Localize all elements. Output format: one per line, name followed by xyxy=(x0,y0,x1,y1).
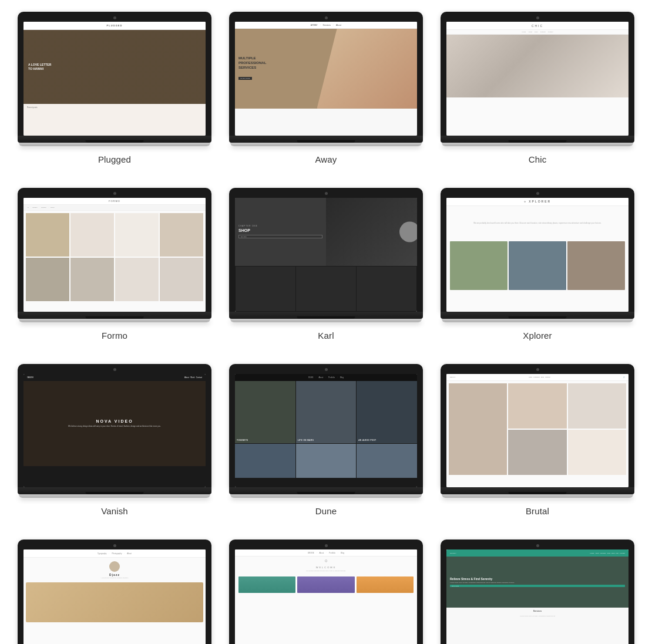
screen-cta: READ MORE xyxy=(450,585,625,587)
theme-item-brutal[interactable]: BRUTAL Shop · Lookbook · Blog · Contact … xyxy=(441,364,634,517)
theme-item-dharma[interactable]: DHARMA Home · About · Services · Shop · … xyxy=(441,540,634,644)
theme-item-djazz[interactable]: Typography·Photography·About Djazz A Wor… xyxy=(18,540,211,644)
screen-right xyxy=(326,198,417,266)
theme-name-plugged: Plugged xyxy=(98,154,131,164)
theme-name-chic: Chic xyxy=(529,154,547,164)
screen-welcome: WELCOME xyxy=(235,565,417,570)
theme-name-brutal: Brutal xyxy=(526,506,549,516)
avatar xyxy=(109,561,120,572)
screen-hero-title: Relieve Stress & Find Serenity xyxy=(450,577,625,581)
screen-grid xyxy=(446,381,629,478)
screen-services-title: Services xyxy=(446,608,629,615)
theme-item-vanish[interactable]: VANISH About · Work · Contact NOVA VIDEO… xyxy=(18,364,211,517)
theme-item-dune[interactable]: DUNE·About·Portfolio·Blog YOSEMITE LIFE … xyxy=(229,364,423,517)
laptop-screen: CHAPTER ONE SHOP BUY NOW xyxy=(235,198,417,312)
profile-subtitle: A WordPress Theme for Creative Bloggers xyxy=(100,577,128,579)
screen-photos xyxy=(446,240,629,291)
grid-cell xyxy=(70,213,114,257)
laptop-screen: DUNE·About·Portfolio·Blog YOSEMITE LIFE … xyxy=(235,374,417,488)
theme-item-away[interactable]: ARRAY·Services·About MULTIPLEPROFESSIONA… xyxy=(229,12,423,164)
camera-dot xyxy=(325,368,328,371)
screen-nav: BRUTAL Shop · Lookbook · Blog · Contact … xyxy=(446,374,629,381)
grid-cell: YOSEMITE xyxy=(235,381,295,444)
bottom-cell xyxy=(296,444,357,478)
screen-nav: VANISH About · Work · Contact xyxy=(23,374,206,381)
laptop-base xyxy=(441,312,634,319)
screen-filter: All·Design·Fashion·Travel xyxy=(23,205,206,211)
theme-item-formo[interactable]: FORMO All·Design·Fashion·Travel xyxy=(18,188,211,340)
screen-hero-text: MULTIPLEPROFESSIONALSERVICES xyxy=(238,56,266,70)
theme-grid: PLUGGED A LOVE LETTERTO HAWAII Recent po… xyxy=(18,12,634,644)
screen-logo: ⟡ XPLORER xyxy=(524,200,551,204)
laptop-base xyxy=(18,487,211,494)
laptop-plugged: PLUGGED A LOVE LETTERTO HAWAII Recent po… xyxy=(18,12,211,146)
bottom-cell xyxy=(296,267,356,311)
card-item xyxy=(297,576,354,593)
camera-dot xyxy=(113,16,116,19)
camera-dot xyxy=(113,368,116,371)
screen-hero-text: A LOVE LETTERTO HAWAII xyxy=(28,63,51,70)
screen-circle xyxy=(399,221,417,242)
screen-logo: ⬡ xyxy=(235,557,417,565)
laptop-xplorer: ⟡ XPLORER We are probably best travel lo… xyxy=(441,188,634,322)
grid-cell xyxy=(26,258,69,301)
laptop-screen: BRUTAL Shop · Lookbook · Blog · Contact … xyxy=(446,374,629,488)
laptop-foot xyxy=(19,494,210,498)
nav-logo: DHARMA xyxy=(450,552,456,554)
laptop-foot xyxy=(442,319,633,322)
theme-item-chic[interactable]: CHIC HomeAboutShopPortfolioContact Chic xyxy=(441,12,634,164)
screen-nav: DUNE·About·Portfolio·Blog xyxy=(235,374,417,381)
profile-name: Djazz xyxy=(109,573,120,576)
laptop-away: ARRAY·Services·About MULTIPLEPROFESSIONA… xyxy=(229,12,423,146)
laptop-karl: CHAPTER ONE SHOP BUY NOW xyxy=(229,188,423,322)
screen-label: CHAPTER ONE xyxy=(238,225,322,227)
theme-item-karl[interactable]: CHAPTER ONE SHOP BUY NOW xyxy=(229,188,423,340)
laptop-vanish: VANISH About · Work · Contact NOVA VIDEO… xyxy=(18,364,211,498)
grid-cell xyxy=(115,258,159,301)
screen-hero-image xyxy=(446,35,629,97)
laptop-screen: FORMO All·Design·Fashion·Travel xyxy=(23,198,206,312)
laptop-foot xyxy=(230,319,422,322)
screen-nav: DRONE·About·Portfolio·Blog xyxy=(235,549,417,557)
laptop-base xyxy=(229,487,423,494)
laptop-formo: FORMO All·Design·Fashion·Travel xyxy=(18,188,211,322)
screen-hero xyxy=(26,582,203,622)
grid-cell xyxy=(508,383,566,429)
theme-item-xplorer[interactable]: ⟡ XPLORER We are probably best travel lo… xyxy=(441,188,634,340)
cell-label: AN AUDIO POST xyxy=(358,439,376,441)
screen-profile: Djazz A WordPress Theme for Creative Blo… xyxy=(23,558,206,582)
camera-dot xyxy=(113,544,116,547)
screen-nav: CHIC xyxy=(446,22,629,30)
theme-name-karl: Karl xyxy=(318,331,334,340)
laptop-base xyxy=(18,312,211,319)
nav-links: Home · About · Services · Shop · Blog · … xyxy=(590,552,625,554)
screen-nav: FORMO xyxy=(23,198,206,205)
grid-cell xyxy=(160,258,203,301)
theme-item-drone[interactable]: DRONE·About·Portfolio·Blog ⬡ WELCOME Our… xyxy=(229,540,423,644)
photo-cell xyxy=(509,241,566,290)
screen-title: NOVA VIDEO xyxy=(96,419,133,423)
screen-hero: A LOVE LETTERTO HAWAII xyxy=(23,30,206,104)
laptop-foot xyxy=(442,143,633,146)
screen-cards xyxy=(235,574,417,595)
laptop-foot xyxy=(230,494,422,498)
screen-btn: BUY NOW xyxy=(238,235,322,238)
laptop-chic: CHIC HomeAboutShopPortfolioContact xyxy=(441,12,634,146)
laptop-base xyxy=(229,136,423,143)
screen-hero: CHAPTER ONE SHOP BUY NOW xyxy=(235,198,417,266)
camera-dot xyxy=(113,192,116,195)
screen-hero: Relieve Stress & Find Serenity Lorem ips… xyxy=(446,557,629,608)
bottom-cell xyxy=(357,444,417,478)
theme-item-plugged[interactable]: PLUGGED A LOVE LETTERTO HAWAII Recent po… xyxy=(18,12,211,164)
laptop-dharma: DHARMA Home · About · Services · Shop · … xyxy=(441,540,634,644)
screen-nav: DHARMA Home · About · Services · Shop · … xyxy=(446,549,629,557)
laptop-base xyxy=(441,136,634,143)
bottom-cell xyxy=(235,444,295,478)
screen-subtitle: We believe strong design ideas will carr… xyxy=(68,425,161,427)
laptop-shell: PLUGGED A LOVE LETTERTO HAWAII Recent po… xyxy=(18,12,211,136)
camera-dot xyxy=(325,16,328,19)
laptop-screen: ARRAY·Services·About MULTIPLEPROFESSIONA… xyxy=(235,22,417,136)
theme-name-vanish: Vanish xyxy=(101,506,128,516)
grid-cell xyxy=(508,430,566,475)
photo-cell xyxy=(567,241,625,290)
